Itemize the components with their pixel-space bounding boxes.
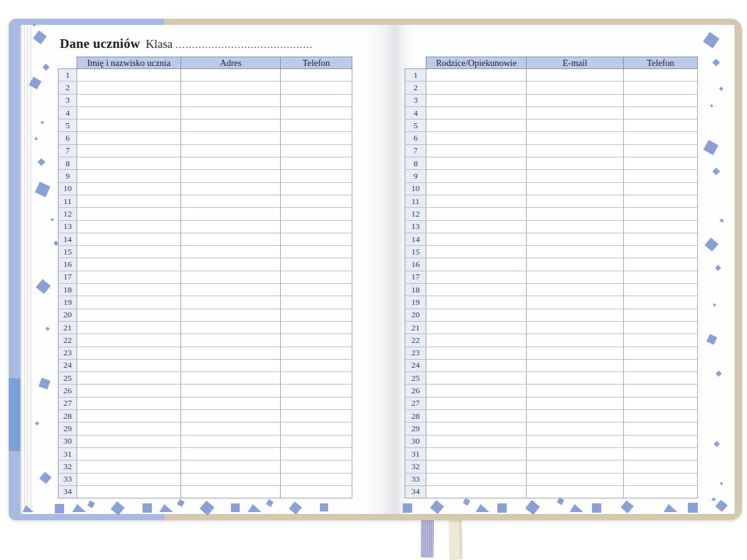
- empty-cell: [624, 284, 698, 296]
- table-row: 32: [405, 460, 698, 473]
- empty-cell: [527, 132, 624, 144]
- row-number: 12: [59, 208, 77, 220]
- empty-cell: [77, 397, 181, 409]
- row-number: 23: [405, 347, 426, 359]
- table-row: 9: [59, 170, 352, 182]
- empty-cell: [77, 422, 181, 435]
- empty-cell: [281, 182, 352, 195]
- empty-cell: [426, 485, 527, 498]
- empty-cell: [426, 296, 527, 309]
- empty-cell: [181, 271, 281, 283]
- empty-cell: [77, 119, 181, 132]
- row-number: 24: [405, 359, 426, 371]
- empty-cell: [77, 271, 181, 283]
- empty-cell: [281, 208, 352, 220]
- empty-cell: [527, 435, 624, 447]
- empty-cell: [426, 309, 527, 321]
- empty-cell: [624, 460, 698, 473]
- row-number: 5: [59, 119, 77, 132]
- row-number: 7: [405, 144, 426, 157]
- row-number: 2: [405, 82, 426, 94]
- empty-cell: [281, 347, 352, 359]
- table-row: 12: [59, 208, 352, 220]
- empty-cell: [624, 82, 698, 94]
- row-number: 5: [405, 119, 426, 132]
- empty-cell: [77, 309, 181, 321]
- table-row: 1: [405, 69, 698, 82]
- empty-cell: [624, 208, 698, 220]
- empty-cell: [527, 106, 624, 119]
- empty-cell: [624, 447, 698, 460]
- empty-cell: [426, 182, 527, 195]
- table-row: 29: [405, 422, 698, 435]
- table-row: 11: [405, 195, 698, 207]
- header-blank-corner: [59, 57, 77, 69]
- row-number: 32: [59, 460, 77, 473]
- empty-cell: [181, 195, 281, 207]
- empty-cell: [527, 170, 624, 182]
- row-number: 28: [405, 410, 426, 422]
- empty-cell: [181, 485, 281, 498]
- empty-cell: [426, 106, 527, 119]
- empty-cell: [624, 271, 698, 283]
- empty-cell: [77, 157, 181, 170]
- empty-cell: [527, 385, 624, 397]
- table-row: 34: [59, 485, 352, 498]
- empty-cell: [281, 460, 352, 473]
- empty-cell: [527, 195, 624, 207]
- empty-cell: [426, 460, 527, 473]
- empty-cell: [624, 372, 698, 385]
- table-row: 6: [59, 132, 352, 144]
- table-row: 33: [405, 473, 698, 485]
- table-row: 30: [59, 435, 352, 447]
- empty-cell: [426, 385, 527, 397]
- empty-cell: [426, 69, 527, 82]
- empty-cell: [281, 82, 352, 94]
- table-row: 14: [405, 233, 698, 245]
- empty-cell: [181, 246, 281, 258]
- row-number: 34: [59, 485, 77, 498]
- page-title-main: Dane uczniów: [60, 36, 140, 52]
- class-label: Klasa: [146, 37, 172, 51]
- empty-cell: [624, 385, 698, 397]
- table-row: 25: [405, 372, 698, 385]
- row-number: 13: [405, 220, 426, 233]
- empty-cell: [527, 182, 624, 195]
- empty-cell: [181, 385, 281, 397]
- row-number: 27: [405, 397, 426, 409]
- table-row: 16: [405, 258, 698, 271]
- empty-cell: [181, 473, 281, 485]
- table-row: 10: [405, 182, 698, 195]
- empty-cell: [77, 195, 181, 207]
- table-row: 25: [59, 372, 352, 385]
- empty-cell: [527, 485, 624, 498]
- empty-cell: [281, 220, 352, 233]
- empty-cell: [281, 309, 352, 321]
- table-row: 17: [405, 271, 698, 283]
- row-number: 20: [59, 309, 77, 321]
- row-number: 18: [59, 284, 77, 296]
- table-row: 4: [405, 106, 698, 119]
- row-number: 14: [59, 233, 77, 245]
- confetti-triangle-icon: [664, 504, 677, 512]
- empty-cell: [527, 321, 624, 334]
- empty-cell: [181, 144, 281, 157]
- class-fill-in-line: ........................................…: [176, 40, 313, 50]
- row-number: 9: [59, 170, 77, 182]
- row-number: 25: [405, 372, 426, 385]
- empty-cell: [281, 435, 352, 447]
- empty-cell: [77, 321, 181, 334]
- empty-cell: [527, 258, 624, 271]
- row-number: 1: [59, 69, 77, 82]
- row-number: 30: [405, 435, 426, 447]
- empty-cell: [281, 397, 352, 409]
- empty-cell: [181, 372, 281, 385]
- empty-cell: [77, 385, 181, 397]
- row-number: 11: [405, 195, 426, 207]
- empty-cell: [77, 233, 181, 245]
- empty-cell: [527, 82, 624, 94]
- row-number: 27: [59, 397, 77, 409]
- empty-cell: [624, 144, 698, 157]
- table-row: 23: [405, 347, 698, 359]
- table-row: 27: [405, 397, 698, 409]
